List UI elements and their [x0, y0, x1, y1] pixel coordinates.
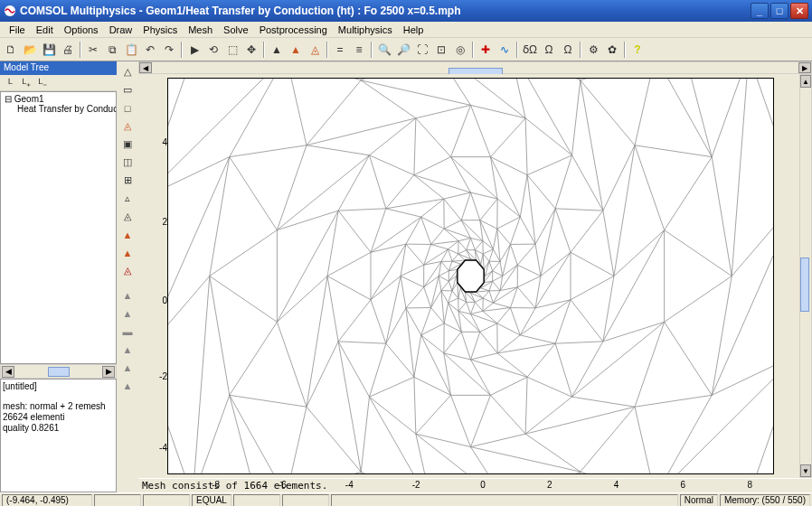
refine-icon[interactable]: ◬: [306, 41, 324, 59]
zoom-sel-icon[interactable]: ⊡: [432, 41, 450, 59]
svg-line-419: [712, 79, 749, 157]
tree-root[interactable]: ⊟ Geom1: [3, 94, 114, 104]
menu-postprocessing[interactable]: Postprocessing: [254, 23, 333, 36]
paste-icon[interactable]: 📋: [122, 41, 140, 59]
omega3-icon[interactable]: Ω: [559, 41, 577, 59]
rect-icon[interactable]: ▭: [118, 81, 137, 98]
menu-help[interactable]: Help: [398, 23, 430, 36]
selbox3-icon[interactable]: ⊞: [118, 172, 137, 189]
svg-line-360: [210, 157, 230, 276]
tree-tb1-icon[interactable]: └: [2, 76, 16, 90]
canvas[interactable]: 420-2-4 -8-6-4-202468: [138, 74, 799, 478]
gear-icon[interactable]: ⚙: [584, 41, 602, 59]
undo-icon[interactable]: ↶: [141, 41, 159, 59]
svg-line-227: [535, 209, 555, 244]
model-tree[interactable]: ⊟ Geom1 Heat Transfer by Conduction: [0, 91, 117, 364]
menu-file[interactable]: File: [4, 23, 31, 36]
tri-up-icon[interactable]: △: [118, 63, 137, 80]
scroll-left-icon[interactable]: ◀: [2, 366, 14, 378]
svg-line-161: [535, 244, 541, 276]
vscroll-down-icon[interactable]: ▼: [800, 464, 811, 477]
gtri1-icon[interactable]: ▲: [118, 286, 137, 304]
hscroll-left-icon[interactable]: ◀: [139, 62, 152, 73]
tree-child[interactable]: Heat Transfer by Conduction: [3, 104, 114, 114]
tree-icon[interactable]: ▲: [268, 41, 286, 59]
tri-red-icon[interactable]: ◬: [118, 262, 137, 279]
menu-mesh[interactable]: Mesh: [183, 23, 218, 36]
solve-icon[interactable]: =: [331, 41, 349, 59]
svg-line-192: [401, 265, 424, 276]
svg-line-61: [481, 288, 489, 291]
svg-line-104: [467, 302, 471, 314]
menu-physics[interactable]: Physics: [137, 23, 183, 36]
gear2-icon[interactable]: ✿: [603, 41, 621, 59]
gtri3-icon[interactable]: ▲: [118, 341, 137, 358]
vscroll-thumb[interactable]: [800, 258, 809, 312]
menu-multiphysics[interactable]: Multiphysics: [333, 23, 398, 36]
zoom-window-icon[interactable]: ⬚: [223, 41, 241, 59]
tri-filled-icon[interactable]: ▲: [118, 226, 137, 243]
gtri5-icon[interactable]: ▲: [118, 377, 137, 394]
gtri2-icon[interactable]: ▲: [118, 305, 137, 322]
svg-line-77: [471, 311, 483, 314]
svg-line-448: [712, 198, 773, 395]
copy-icon[interactable]: ⧉: [103, 41, 121, 59]
zoom-extents-icon[interactable]: ⛶: [413, 41, 431, 59]
tri-stack-icon[interactable]: ◬: [118, 208, 137, 225]
vscroll-up-icon[interactable]: ▲: [800, 75, 811, 88]
menu-draw[interactable]: Draw: [104, 23, 138, 36]
gtri4-icon[interactable]: ▲: [118, 359, 137, 376]
plot-icon[interactable]: ✚: [477, 41, 495, 59]
tree-tb3-icon[interactable]: └₋: [34, 76, 49, 90]
open-icon[interactable]: 📂: [21, 41, 39, 59]
selbox-icon[interactable]: ▣: [118, 136, 137, 153]
save-icon[interactable]: 💾: [40, 41, 58, 59]
grect-icon[interactable]: ▬: [118, 323, 137, 340]
tri-filled2-icon[interactable]: ▲: [118, 244, 137, 261]
status-bar: (-9.464, -0.495) EQUAL Normal Memory: (5…: [0, 492, 812, 506]
minimize-button[interactable]: _: [751, 3, 769, 19]
zoom-reset-icon[interactable]: ◎: [451, 41, 469, 59]
cut-icon[interactable]: ✂: [84, 41, 102, 59]
menu-edit[interactable]: Edit: [31, 23, 59, 36]
svg-line-279: [490, 118, 525, 157]
mesh-icon[interactable]: ▲: [287, 41, 305, 59]
menu-options[interactable]: Options: [59, 23, 104, 36]
tri-ol-icon[interactable]: ▵: [118, 190, 137, 207]
orbit-icon[interactable]: ⟲: [204, 41, 222, 59]
redo-icon[interactable]: ↷: [160, 41, 178, 59]
close-button[interactable]: ✕: [790, 3, 808, 19]
scroll-thumb[interactable]: [48, 367, 70, 377]
canvas-h-scrollbar[interactable]: ◀ ▶: [138, 61, 812, 74]
new-icon[interactable]: 🗋: [2, 41, 20, 59]
mesh-plot[interactable]: [167, 78, 774, 474]
left-h-scrollbar[interactable]: ◀ ▶: [0, 364, 117, 379]
svg-line-97: [439, 276, 448, 282]
svg-line-398: [635, 395, 712, 407]
square-icon[interactable]: □: [118, 99, 137, 117]
scroll-right-icon[interactable]: ▶: [102, 366, 115, 378]
line-plot-icon[interactable]: ∿: [496, 41, 514, 59]
svg-line-259: [525, 118, 571, 155]
help-icon[interactable]: ?: [628, 41, 647, 59]
omega2-icon[interactable]: Ω: [540, 41, 558, 59]
canvas-v-scrollbar[interactable]: ▲ ▼: [799, 74, 812, 478]
svg-line-275: [555, 209, 603, 211]
svg-line-307: [509, 79, 581, 80]
tree-tb2-icon[interactable]: └₊: [18, 76, 33, 90]
print-icon[interactable]: 🖨: [59, 41, 77, 59]
hscroll-right-icon[interactable]: ▶: [798, 62, 811, 73]
omega-icon[interactable]: ẟΩ: [521, 41, 539, 59]
maximize-button[interactable]: □: [770, 3, 788, 19]
menu-solve[interactable]: Solve: [218, 23, 254, 36]
svg-line-82: [493, 261, 500, 270]
selbox2-icon[interactable]: ◫: [118, 154, 137, 171]
zoom-in-icon[interactable]: 🔍: [375, 41, 393, 59]
pan-icon[interactable]: ✥: [242, 41, 260, 59]
pointer-icon[interactable]: ▶: [185, 41, 203, 59]
tri-multi-icon[interactable]: ◬: [118, 117, 137, 135]
restart-icon[interactable]: ≡: [350, 41, 368, 59]
zoom-out-icon[interactable]: 🔎: [394, 41, 412, 59]
svg-line-191: [406, 244, 424, 265]
mesh-svg: [168, 79, 773, 473]
